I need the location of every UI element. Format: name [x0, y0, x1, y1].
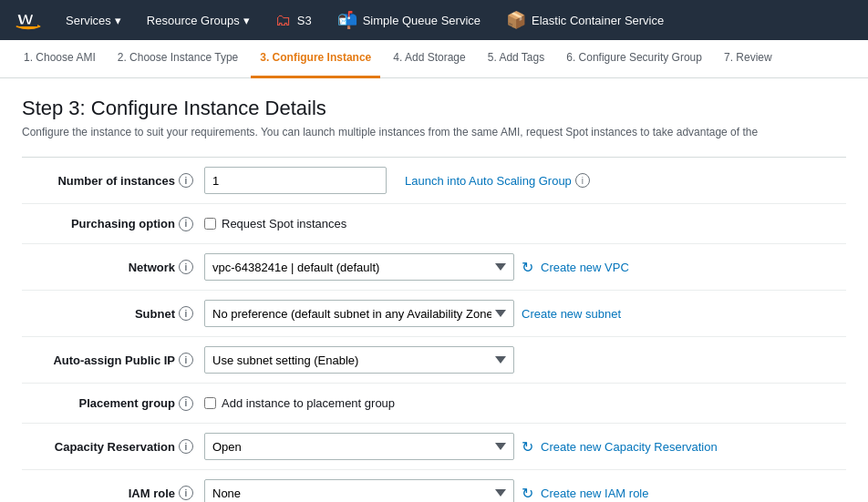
- breadcrumb-3[interactable]: 3. Configure Instance: [251, 40, 380, 78]
- breadcrumb-7[interactable]: 7. Review: [715, 40, 781, 78]
- placement-checkbox-row: Add instance to placement group: [204, 396, 395, 410]
- launch-scaling-link[interactable]: Launch into Auto Scaling Group i: [405, 173, 590, 188]
- create-capacity-link[interactable]: Create new Capacity Reservation: [541, 440, 718, 454]
- resource-groups-menu[interactable]: Resource Groups ▾: [141, 10, 255, 31]
- create-subnet-link[interactable]: Create new subnet: [522, 307, 621, 321]
- label-number-instances: Number of instances i: [22, 173, 204, 188]
- page-description: Configure the instance to suit your requ…: [22, 126, 846, 138]
- instances-input[interactable]: [204, 167, 387, 194]
- iam-role-select[interactable]: None: [204, 479, 514, 502]
- info-icon-purchasing[interactable]: i: [179, 217, 193, 231]
- info-icon-scaling[interactable]: i: [575, 173, 590, 188]
- s3-link[interactable]: 🗂 S3: [270, 7, 317, 34]
- spot-instances-label: Request Spot instances: [222, 217, 346, 231]
- row-network: Network i vpc-6438241e | default (defaul…: [22, 244, 846, 291]
- ecs-label: Elastic Container Service: [532, 14, 664, 27]
- aws-logo: [11, 7, 46, 33]
- breadcrumb-2[interactable]: 2. Choose Instance Type: [108, 40, 248, 78]
- network-select[interactable]: vpc-6438241e | default (default): [204, 253, 514, 281]
- ecs-link[interactable]: 📦 Elastic Container Service: [501, 6, 669, 34]
- spot-instances-checkbox-row: Request Spot instances: [204, 217, 346, 231]
- spot-instances-checkbox[interactable]: [204, 218, 216, 230]
- label-purchasing-option: Purchasing option i: [22, 217, 204, 231]
- page-title: Step 3: Configure Instance Details: [22, 97, 846, 120]
- s3-icon: 🗂: [275, 11, 292, 30]
- info-icon-iam[interactable]: i: [179, 486, 193, 500]
- services-menu[interactable]: Services ▾: [60, 10, 127, 31]
- control-number-instances: Launch into Auto Scaling Group i: [204, 167, 846, 194]
- label-auto-assign-ip: Auto-assign Public IP i: [22, 353, 204, 367]
- s3-label: S3: [297, 14, 312, 27]
- capacity-select[interactable]: Open: [204, 433, 514, 460]
- resource-groups-label: Resource Groups: [147, 14, 240, 27]
- breadcrumb-5[interactable]: 5. Add Tags: [479, 40, 554, 78]
- info-icon-placement[interactable]: i: [179, 396, 193, 411]
- row-auto-assign-ip: Auto-assign Public IP i Use subnet setti…: [22, 337, 846, 384]
- main-content: Step 3: Configure Instance Details Confi…: [0, 78, 868, 502]
- info-icon-capacity[interactable]: i: [179, 439, 193, 454]
- services-chevron: ▾: [115, 14, 121, 27]
- refresh-iam-icon[interactable]: ↻: [522, 485, 533, 502]
- sqs-link[interactable]: 📬 Simple Queue Service: [332, 6, 486, 34]
- auto-assign-ip-select[interactable]: Use subnet setting (Enable): [204, 346, 514, 374]
- top-nav: Services ▾ Resource Groups ▾ 🗂 S3 📬 Simp…: [0, 0, 868, 40]
- refresh-capacity-icon[interactable]: ↻: [522, 438, 533, 456]
- row-subnet: Subnet i No preference (default subnet i…: [22, 291, 846, 337]
- breadcrumb-bar: 1. Choose AMI 2. Choose Instance Type 3.…: [0, 40, 868, 78]
- placement-label: Add instance to placement group: [222, 396, 395, 410]
- form-section: Number of instances i Launch into Auto S…: [22, 157, 846, 502]
- create-vpc-link[interactable]: Create new VPC: [541, 261, 629, 274]
- sqs-icon: 📬: [337, 10, 357, 30]
- create-iam-link[interactable]: Create new IAM role: [541, 487, 649, 500]
- info-icon-network[interactable]: i: [179, 260, 193, 274]
- services-label: Services: [66, 14, 111, 27]
- placement-checkbox[interactable]: [204, 397, 216, 409]
- ecs-icon: 📦: [506, 10, 526, 30]
- control-placement-group: Add instance to placement group: [204, 396, 846, 410]
- resource-groups-chevron: ▾: [243, 14, 250, 27]
- breadcrumb-4[interactable]: 4. Add Storage: [384, 40, 474, 78]
- breadcrumb-1[interactable]: 1. Choose AMI: [15, 40, 105, 78]
- info-icon-subnet[interactable]: i: [179, 306, 193, 321]
- label-iam-role: IAM role i: [22, 486, 204, 500]
- control-subnet: No preference (default subnet in any Ava…: [204, 300, 846, 327]
- breadcrumb-6[interactable]: 6. Configure Security Group: [557, 40, 711, 78]
- control-iam-role: None ↻ Create new IAM role: [204, 479, 846, 502]
- label-subnet: Subnet i: [22, 306, 204, 321]
- info-icon-instances[interactable]: i: [179, 173, 193, 188]
- sqs-label: Simple Queue Service: [363, 14, 480, 27]
- control-network: vpc-6438241e | default (default) ↻ Creat…: [204, 253, 846, 281]
- row-capacity-reservation: Capacity Reservation i Open ↻ Create new…: [22, 424, 846, 470]
- info-icon-auto-ip[interactable]: i: [179, 353, 193, 367]
- label-placement-group: Placement group i: [22, 396, 204, 411]
- control-auto-assign-ip: Use subnet setting (Enable): [204, 346, 846, 374]
- subnet-select[interactable]: No preference (default subnet in any Ava…: [204, 300, 514, 327]
- label-network: Network i: [22, 260, 204, 274]
- row-number-instances: Number of instances i Launch into Auto S…: [22, 158, 846, 204]
- row-placement-group: Placement group i Add instance to placem…: [22, 384, 846, 424]
- refresh-network-icon[interactable]: ↻: [522, 259, 533, 276]
- control-capacity-reservation: Open ↻ Create new Capacity Reservation: [204, 433, 846, 460]
- control-purchasing-option: Request Spot instances: [204, 217, 846, 231]
- row-purchasing-option: Purchasing option i Request Spot instanc…: [22, 204, 846, 244]
- label-capacity-reservation: Capacity Reservation i: [22, 439, 204, 454]
- row-iam-role: IAM role i None ↻ Create new IAM role: [22, 470, 846, 502]
